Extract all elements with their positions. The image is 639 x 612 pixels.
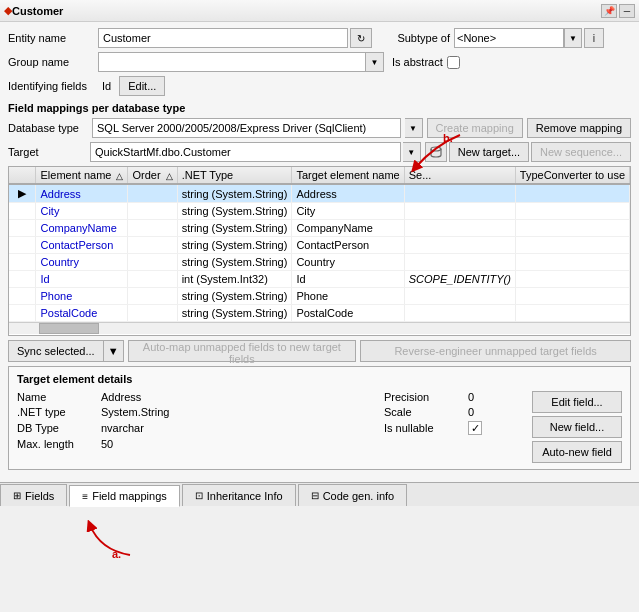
row-arrow [9, 203, 36, 220]
entity-name-input[interactable] [98, 28, 348, 48]
group-name-row: Group name ▼ Is abstract [8, 52, 631, 72]
order-cell [128, 203, 177, 220]
remove-mapping-button[interactable]: Remove mapping [527, 118, 631, 138]
net-type-label: .NET type [17, 406, 97, 418]
target-input[interactable] [90, 142, 401, 162]
scrollbar-thumb[interactable] [39, 323, 99, 334]
se-cell [404, 220, 515, 237]
details-grid: Name Address Precision 0 .NET type Syste… [17, 391, 528, 450]
fields-tab-icon: ⊞ [13, 490, 21, 501]
table-row[interactable]: Id int (System.Int32) Id SCOPE_IDENTITY(… [9, 271, 630, 288]
table-row[interactable]: CompanyName string (System.String) Compa… [9, 220, 630, 237]
subtype-input[interactable] [454, 28, 564, 48]
converter-cell [515, 254, 629, 271]
col-converter-header[interactable]: TypeConverter to use [515, 167, 629, 184]
window-minimize-button[interactable]: ─ [619, 4, 635, 18]
db-type-input[interactable] [92, 118, 401, 138]
col-element-name-header[interactable]: Element name △ [36, 167, 128, 184]
se-cell [404, 184, 515, 203]
new-field-button[interactable]: New field... [532, 416, 622, 438]
element-name-cell: Phone [36, 288, 128, 305]
target-icon-button[interactable] [425, 142, 447, 162]
table-row[interactable]: City string (System.String) City [9, 203, 630, 220]
fields-tab-label: Fields [25, 490, 54, 502]
inheritance-tab-label: Inheritance Info [207, 490, 283, 502]
is-abstract-label: Is abstract [392, 56, 443, 68]
max-length-label: Max. length [17, 438, 97, 450]
identifying-fields-row: Identifying fields Id Edit... [8, 76, 631, 96]
order-cell [128, 288, 177, 305]
is-nullable-checkbox[interactable]: ✓ [468, 421, 482, 435]
auto-map-button[interactable]: Auto-map unmapped fields to new target f… [128, 340, 357, 362]
group-name-dropdown-button[interactable]: ▼ [366, 52, 384, 72]
target-name-cell: ContactPerson [292, 237, 404, 254]
order-cell [128, 254, 177, 271]
sync-dropdown-arrow[interactable]: ▼ [104, 341, 123, 361]
entity-name-row: Entity name ↻ Subtype of ▼ i [8, 28, 631, 48]
name-value: Address [101, 391, 380, 403]
tab-code-gen-info[interactable]: ⊟ Code gen. info [298, 484, 408, 506]
tab-field-mappings[interactable]: ≡ Field mappings [69, 485, 179, 507]
net-type-cell: string (System.String) [177, 184, 292, 203]
field-mappings-table-container[interactable]: Element name △ Order △ .NET Type Target … [8, 166, 631, 336]
app-diamond-icon: ◆ [4, 4, 12, 17]
auto-new-field-button[interactable]: Auto-new field [532, 441, 622, 463]
create-mapping-button[interactable]: Create mapping [427, 118, 523, 138]
precision-label: Precision [384, 391, 464, 403]
new-sequence-button[interactable]: New sequence... [531, 142, 631, 162]
new-target-button[interactable]: New target... [449, 142, 529, 162]
subtype-label: Subtype of [380, 32, 450, 44]
net-type-cell: string (System.String) [177, 203, 292, 220]
entity-refresh-button[interactable]: ↻ [350, 28, 372, 48]
tab-inheritance-info[interactable]: ⊡ Inheritance Info [182, 484, 296, 506]
db-type-row: Database type ▼ Create mapping Remove ma… [8, 118, 631, 138]
table-row[interactable]: Phone string (System.String) Phone [9, 288, 630, 305]
sync-selected-button[interactable]: Sync selected... ▼ [8, 340, 124, 362]
col-net-type-header[interactable]: .NET Type [177, 167, 292, 184]
se-cell [404, 254, 515, 271]
converter-cell [515, 184, 629, 203]
element-name-cell: Id [36, 271, 128, 288]
name-label: Name [17, 391, 97, 403]
identifying-fields-edit-button[interactable]: Edit... [119, 76, 165, 96]
order-cell [128, 305, 177, 322]
target-dropdown-button[interactable]: ▼ [403, 142, 421, 162]
se-cell [404, 203, 515, 220]
table-row[interactable]: ContactPerson string (System.String) Con… [9, 237, 630, 254]
window-pin-button[interactable]: 📌 [601, 4, 617, 18]
table-row[interactable]: PostalCode string (System.String) Postal… [9, 305, 630, 322]
group-name-input[interactable] [98, 52, 366, 72]
net-type-value: System.String [101, 406, 380, 418]
table-row[interactable]: Country string (System.String) Country [9, 254, 630, 271]
sync-selected-label[interactable]: Sync selected... [9, 341, 104, 361]
table-horizontal-scrollbar[interactable] [9, 322, 630, 334]
entity-name-label: Entity name [8, 32, 98, 44]
row-arrow [9, 271, 36, 288]
code-gen-tab-icon: ⊟ [311, 490, 319, 501]
net-type-cell: int (System.Int32) [177, 271, 292, 288]
svg-point-0 [431, 147, 441, 151]
order-cell [128, 220, 177, 237]
col-target-name-header[interactable]: Target element name [292, 167, 404, 184]
db-type-dropdown-button[interactable]: ▼ [405, 118, 423, 138]
element-name-cell: Country [36, 254, 128, 271]
element-name-cell: Address [36, 184, 128, 203]
reverse-engineer-button[interactable]: Reverse-engineer unmapped target fields [360, 340, 631, 362]
field-mappings-table: Element name △ Order △ .NET Type Target … [9, 167, 630, 322]
edit-field-button[interactable]: Edit field... [532, 391, 622, 413]
is-abstract-checkbox[interactable] [447, 56, 460, 69]
subtype-dropdown-button[interactable]: ▼ [564, 28, 582, 48]
table-row[interactable]: ▶ Address string (System.String) Address [9, 184, 630, 203]
col-order-header[interactable]: Order △ [128, 167, 177, 184]
col-se-header[interactable]: Se... [404, 167, 515, 184]
window-controls: 📌 ─ [601, 4, 635, 18]
target-name-cell: PostalCode [292, 305, 404, 322]
scale-label: Scale [384, 406, 464, 418]
annotation-a-arrow: a. [80, 520, 140, 560]
tab-fields[interactable]: ⊞ Fields [0, 484, 67, 506]
field-mappings-section-header: Field mappings per database type [8, 102, 631, 114]
col-element-name[interactable] [9, 167, 36, 184]
converter-cell [515, 305, 629, 322]
subtype-info-button[interactable]: i [584, 28, 604, 48]
row-arrow: ▶ [9, 184, 36, 203]
